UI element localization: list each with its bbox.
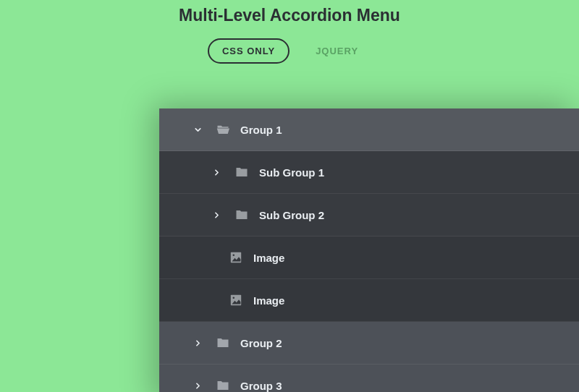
list-item-label: Image	[253, 294, 579, 307]
folder-icon	[234, 208, 249, 222]
accordion-menu: Group 1 Sub Group 1 Sub Group 2 Image Im…	[159, 108, 579, 392]
folder-icon	[234, 165, 249, 179]
chevron-right-icon	[210, 208, 223, 221]
chevron-right-icon	[191, 336, 204, 349]
image-icon	[229, 250, 243, 265]
svg-point-1	[233, 255, 235, 257]
folder-open-icon	[216, 122, 230, 137]
tab-css-only[interactable]: CSS ONLY	[208, 38, 290, 64]
group-2[interactable]: Group 2	[159, 322, 579, 365]
folder-icon	[216, 336, 230, 350]
sub-group-2[interactable]: Sub Group 2	[159, 194, 579, 237]
tabs-row: CSS ONLY JQUERY	[0, 38, 579, 64]
group-3[interactable]: Group 3	[159, 365, 579, 392]
chevron-right-icon	[191, 379, 204, 392]
list-item-label: Group 1	[240, 124, 579, 136]
svg-point-3	[233, 297, 235, 299]
image-icon	[229, 293, 243, 307]
tab-jquery[interactable]: JQUERY	[303, 40, 371, 62]
list-item-label: Group 3	[240, 380, 579, 392]
group-1[interactable]: Group 1	[159, 108, 579, 151]
folder-icon	[216, 378, 230, 392]
chevron-down-icon	[191, 123, 204, 136]
sub-group-1[interactable]: Sub Group 1	[159, 151, 579, 194]
list-item-label: Image	[253, 252, 579, 264]
chevron-right-icon	[210, 166, 223, 179]
list-item-label: Sub Group 1	[259, 166, 579, 179]
page-title: Multi-Level Accordion Menu	[0, 6, 579, 25]
list-item-label: Group 2	[240, 337, 579, 349]
list-item-label: Sub Group 2	[259, 209, 579, 221]
image-item-1[interactable]: Image	[159, 237, 579, 279]
image-item-2[interactable]: Image	[159, 279, 579, 322]
